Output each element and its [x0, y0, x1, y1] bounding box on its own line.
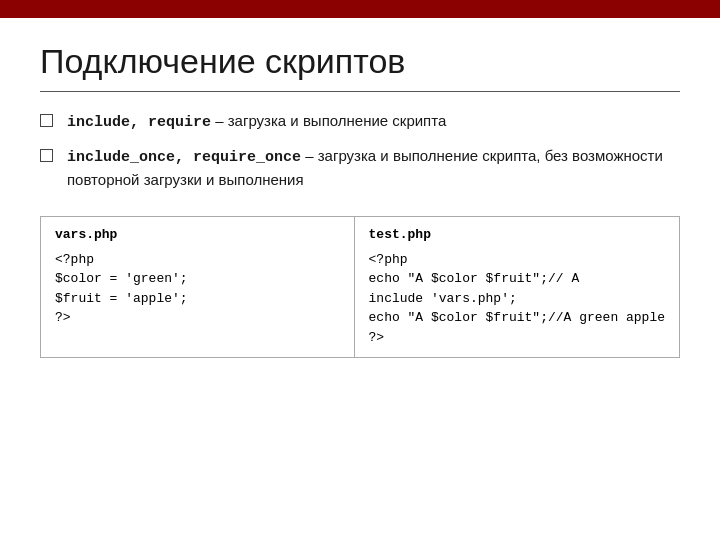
page-title: Подключение скриптов — [40, 42, 680, 81]
code-2: include_once, require_once — [67, 149, 301, 166]
code-table: vars.php <?php $color = 'green'; $fruit … — [40, 216, 680, 359]
left-filename: vars.php — [55, 227, 340, 242]
list-item: include, require – загрузка и выполнение… — [40, 110, 680, 135]
bullet-text-2: include_once, require_once – загрузка и … — [67, 145, 680, 192]
bullet-icon-2 — [40, 149, 53, 162]
bullet-icon — [40, 114, 53, 127]
text-1: – загрузка и выполнение скрипта — [211, 112, 446, 129]
top-bar — [0, 0, 720, 18]
code-1: include, require — [67, 114, 211, 131]
right-code: <?php echo "A $color $fruit";// A includ… — [369, 250, 665, 348]
table-cell-right: test.php <?php echo "A $color $fruit";//… — [354, 216, 679, 358]
bullet-text-1: include, require – загрузка и выполнение… — [67, 110, 680, 135]
divider — [40, 91, 680, 92]
main-content: Подключение скриптов include, require – … — [0, 18, 720, 378]
table-row: vars.php <?php $color = 'green'; $fruit … — [41, 216, 680, 358]
list-item: include_once, require_once – загрузка и … — [40, 145, 680, 192]
right-filename: test.php — [369, 227, 665, 242]
left-code: <?php $color = 'green'; $fruit = 'apple'… — [55, 250, 340, 328]
bullet-list: include, require – загрузка и выполнение… — [40, 110, 680, 192]
table-cell-left: vars.php <?php $color = 'green'; $fruit … — [41, 216, 355, 358]
